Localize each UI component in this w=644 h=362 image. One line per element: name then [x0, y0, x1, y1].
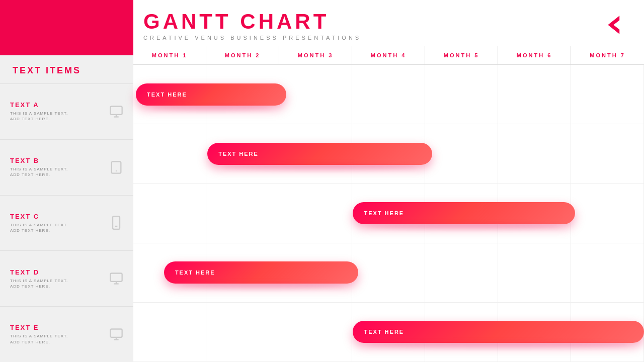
row-c-title: TEXT C [10, 213, 104, 220]
row-e-title: TEXT E [10, 324, 104, 331]
row-a-desc: THIS IS A SAMPLE TEXT. ADD TEXT HERE. [10, 111, 104, 122]
month-2: MONTH 2 [206, 46, 279, 64]
sidebar-row-c-content: TEXT C THIS IS A SAMPLE TEXT. ADD TEXT H… [10, 213, 104, 233]
svg-rect-7 [110, 274, 122, 282]
svg-rect-5 [113, 217, 120, 230]
monitor-icon-e [109, 327, 123, 341]
chart-row-d: TEXT HERE [133, 243, 644, 303]
monitor-icon-d [109, 272, 123, 286]
sidebar-row-d-content: TEXT D THIS IS A SAMPLE TEXT. ADD TEXT H… [10, 268, 104, 289]
sidebar-row-d: TEXT D THIS IS A SAMPLE TEXT. ADD TEXT H… [0, 250, 133, 306]
svg-point-4 [116, 170, 117, 171]
bar-container-d: TEXT HERE [133, 243, 644, 302]
row-d-desc: THIS IS A SAMPLE TEXT. ADD TEXT HERE. [10, 278, 104, 289]
svg-rect-0 [110, 106, 122, 114]
chart-row-a: TEXT HERE [133, 65, 644, 124]
month-1: MONTH 1 [133, 46, 206, 64]
chart-row-e: TEXT HERE [133, 303, 644, 362]
header-text: GANTT CHART CREATIVE VENUS BUSINESS PRES… [143, 11, 361, 41]
month-4: MONTH 4 [352, 46, 425, 64]
gantt-bar-b: TEXT HERE [207, 143, 432, 165]
gantt-title: GANTT CHART [143, 11, 361, 32]
row-e-desc: THIS IS A SAMPLE TEXT. ADD TEXT HERE. [10, 333, 104, 344]
row-b-desc: THIS IS A SAMPLE TEXT. ADD TEXT HERE. [10, 166, 104, 177]
sidebar-top-accent [0, 0, 133, 55]
tablet-icon-b [109, 160, 123, 174]
sidebar-row-c: TEXT C THIS IS A SAMPLE TEXT. ADD TEXT H… [0, 195, 133, 251]
row-a-title: TEXT A [10, 101, 104, 109]
row-b-title: TEXT B [10, 157, 104, 164]
gantt-bar-d: TEXT HERE [164, 261, 358, 284]
sidebar-row-a: TEXT A THIS IS A SAMPLE TEXT. ADD TEXT H… [0, 83, 133, 139]
sidebar-row-e-content: TEXT E THIS IS A SAMPLE TEXT. ADD TEXT H… [10, 324, 104, 344]
chart-row-c: TEXT HERE [133, 184, 644, 243]
sidebar: TEXT ITEMS TEXT A THIS IS A SAMPLE TEXT.… [0, 0, 133, 362]
sidebar-items-area: TEXT ITEMS TEXT A THIS IS A SAMPLE TEXT.… [0, 55, 133, 362]
month-3: MONTH 3 [279, 46, 352, 64]
row-d-title: TEXT D [10, 268, 104, 276]
gantt-bar-c: TEXT HERE [353, 202, 575, 224]
bar-container-c: TEXT HERE [133, 184, 644, 242]
sidebar-row-a-content: TEXT A THIS IS A SAMPLE TEXT. ADD TEXT H… [10, 101, 104, 122]
mobile-icon-c [109, 216, 123, 230]
sidebar-row-e: TEXT E THIS IS A SAMPLE TEXT. ADD TEXT H… [0, 306, 133, 362]
chart-rows: TEXT HERE TEXT HERE [133, 65, 644, 362]
bar-container-e: TEXT HERE [133, 303, 644, 361]
bar-container-a: TEXT HERE [133, 65, 644, 124]
bar-container-b: TEXT HERE [133, 124, 644, 183]
svg-rect-10 [110, 329, 122, 337]
month-7: MONTH 7 [571, 46, 644, 64]
main-content: GANTT CHART CREATIVE VENUS BUSINESS PRES… [133, 0, 644, 362]
month-5: MONTH 5 [425, 46, 498, 64]
gantt-subtitle: CREATIVE VENUS BUSINESS PRESENTATIONS [143, 35, 361, 41]
monitor-icon-a [109, 105, 123, 119]
sidebar-row-b-content: TEXT B THIS IS A SAMPLE TEXT. ADD TEXT H… [10, 157, 104, 177]
gantt-bar-a: TEXT HERE [136, 83, 286, 106]
sidebar-row-b: TEXT B THIS IS A SAMPLE TEXT. ADD TEXT H… [0, 139, 133, 195]
month-6: MONTH 6 [498, 46, 571, 64]
gantt-bar-e: TEXT HERE [353, 321, 644, 343]
chart-area: MONTH 1 MONTH 2 MONTH 3 MONTH 4 MONTH 5 … [133, 46, 644, 362]
header: GANTT CHART CREATIVE VENUS BUSINESS PRES… [133, 0, 644, 46]
logo [599, 11, 629, 41]
chart-row-b: TEXT HERE [133, 124, 644, 184]
row-c-desc: THIS IS A SAMPLE TEXT. ADD TEXT HERE. [10, 222, 104, 233]
text-items-label: TEXT ITEMS [0, 55, 133, 83]
months-header: MONTH 1 MONTH 2 MONTH 3 MONTH 4 MONTH 5 … [133, 46, 644, 65]
